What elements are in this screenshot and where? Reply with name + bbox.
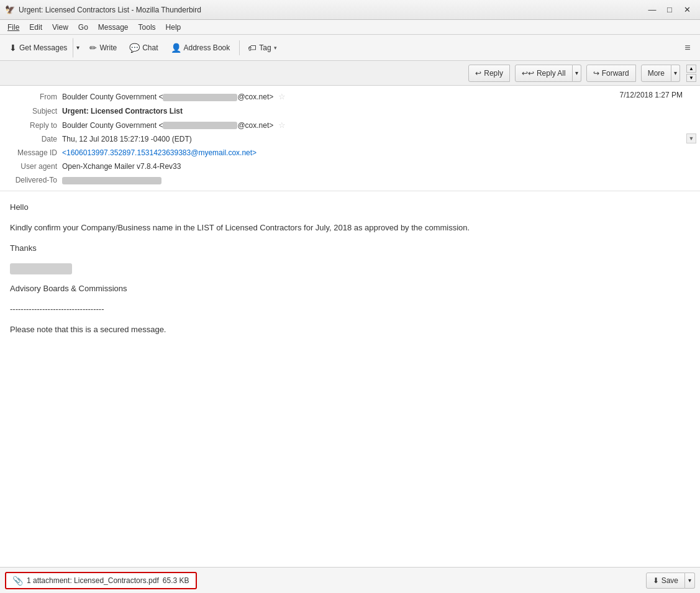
subject-text: Urgent: Licensed Contractors List: [62, 107, 183, 115]
subject-row: Subject Urgent: Licensed Contractors Lis…: [0, 104, 700, 118]
address-book-group: 👤 Address Book: [165, 38, 236, 58]
save-icon: ⬇: [653, 576, 659, 585]
get-messages-button[interactable]: ⬇ Get Messages: [4, 38, 73, 58]
subject-label: Subject: [6, 106, 62, 117]
action-toolbar: ↩ Reply ↩↩ Reply All ▾ ↪ Forward More ▾: [0, 61, 700, 86]
date-value: Thu, 12 Jul 2018 15:27:19 -0400 (EDT): [62, 134, 694, 145]
tag-group: 🏷 Tag ▾: [243, 38, 281, 58]
save-dropdown-button[interactable]: ▾: [685, 573, 695, 589]
menu-message[interactable]: Message: [93, 22, 134, 33]
delivered-to-value: [62, 174, 694, 186]
more-label: More: [648, 69, 665, 78]
reply-all-label: Reply All: [537, 69, 566, 78]
email-footer: Please note that this is a secured messa…: [10, 324, 690, 337]
tag-label: Tag: [259, 43, 271, 52]
subject-value: Urgent: Licensed Contractors List: [62, 106, 694, 117]
attachment-bar: 📎 1 attachment: Licensed_Contractors.pdf…: [0, 567, 700, 593]
menu-tools[interactable]: Tools: [134, 22, 161, 33]
write-icon: ✏: [89, 43, 97, 53]
forward-icon: ↪: [593, 69, 599, 78]
date-row: Date Thu, 12 Jul 2018 15:27:19 -0400 (ED…: [0, 132, 700, 146]
attachment-info: 📎 1 attachment: Licensed_Contractors.pdf…: [5, 572, 197, 589]
address-book-button[interactable]: 👤 Address Book: [165, 38, 236, 58]
more-dropdown[interactable]: ▾: [671, 65, 680, 82]
forward-group: ↪ Forward: [586, 65, 636, 82]
toolbar: ⬇ Get Messages ▾ ✏ Write 💬 Chat 👤 Addres…: [0, 35, 700, 61]
reply-to-email-redacted: [163, 122, 237, 129]
message-id-link[interactable]: <1606013997.352897.1531423639383@myemail…: [62, 148, 257, 157]
minimize-button[interactable]: —: [644, 3, 660, 17]
scroll-up-button[interactable]: ▲: [686, 65, 696, 73]
save-button[interactable]: ⬇ Save: [646, 573, 685, 589]
write-button[interactable]: ✏ Write: [84, 38, 122, 58]
menu-file[interactable]: File: [2, 22, 24, 33]
scroll-down-button[interactable]: ▼: [686, 74, 696, 82]
reply-to-label: Reply to: [6, 120, 62, 131]
email-paragraph1: Kindly confirm your Company/Business nam…: [10, 222, 690, 235]
from-email-redacted: [163, 94, 237, 101]
menu-view[interactable]: View: [47, 22, 73, 33]
address-book-icon: 👤: [171, 43, 181, 53]
tag-icon: 🏷: [248, 43, 257, 53]
more-button[interactable]: More: [641, 65, 671, 82]
email-greeting: Hello: [10, 201, 690, 214]
delivered-to-redacted: [62, 177, 161, 184]
from-value: Boulder County Government <@cox.net> ☆: [62, 91, 694, 103]
email-thanks: Thanks: [10, 242, 690, 255]
email-container: ↩ Reply ↩↩ Reply All ▾ ↪ Forward More ▾: [0, 61, 700, 593]
menu-edit[interactable]: Edit: [24, 22, 47, 33]
get-messages-dropdown[interactable]: ▾: [73, 38, 83, 58]
forward-button[interactable]: ↪ Forward: [586, 65, 636, 82]
message-id-row: Message ID <1606013997.352897.1531423639…: [0, 146, 700, 160]
titlebar-controls: — □ ✕: [644, 3, 695, 17]
menu-help[interactable]: Help: [161, 22, 186, 33]
reply-to-star-icon[interactable]: ☆: [278, 120, 286, 130]
get-messages-label: Get Messages: [19, 43, 67, 52]
email-separator: -----------------------------------: [10, 303, 690, 316]
reply-all-dropdown[interactable]: ▾: [573, 65, 581, 82]
forward-label: Forward: [602, 69, 629, 78]
address-book-label: Address Book: [184, 43, 230, 52]
email-timestamp: 7/12/2018 1:27 PM: [620, 91, 683, 99]
tag-button[interactable]: 🏷 Tag ▾: [243, 38, 281, 58]
header-scroll-down[interactable]: ▼: [686, 134, 696, 143]
reply-group: ↩ Reply: [468, 65, 510, 82]
download-icon: ⬇: [9, 43, 17, 53]
message-id-value: <1606013997.352897.1531423639383@myemail…: [62, 147, 694, 158]
email-header: From Boulder County Government <@cox.net…: [0, 86, 700, 191]
email-body-wrapper: Hello Kindly confirm your Company/Busine…: [0, 191, 700, 567]
user-agent-value: Open-Xchange Mailer v7.8.4-Rev33: [62, 161, 694, 172]
menu-go[interactable]: Go: [73, 22, 93, 33]
reply-button[interactable]: ↩ Reply: [468, 65, 510, 82]
reply-to-domain: @cox.net>: [237, 121, 273, 130]
from-label: From: [6, 91, 62, 102]
date-label: Date: [6, 134, 62, 145]
tag-dropdown-icon: ▾: [274, 45, 277, 51]
scroll-controls: ▲ ▼: [686, 65, 696, 82]
reply-label: Reply: [484, 69, 503, 78]
attachment-icon: 📎: [12, 576, 23, 586]
delivered-to-label: Delivered-To: [6, 174, 62, 186]
chat-group: 💬 Chat: [124, 38, 163, 58]
from-row: From Boulder County Government <@cox.net…: [0, 89, 700, 104]
reply-all-group: ↩↩ Reply All ▾: [515, 65, 581, 82]
write-label: Write: [99, 43, 117, 52]
window-title: Urgent: Licensed Contractors List - Mozi…: [19, 6, 201, 14]
from-name: Boulder County Government <: [62, 93, 163, 101]
reply-to-name: Boulder County Government <: [62, 121, 163, 130]
menubar: File Edit View Go Message Tools Help: [0, 20, 700, 35]
get-messages-group: ⬇ Get Messages ▾: [4, 38, 83, 58]
chat-button[interactable]: 💬 Chat: [124, 38, 163, 58]
email-signature-image: [10, 262, 690, 275]
reply-to-row: Reply to Boulder County Government <@cox…: [0, 118, 700, 133]
delivered-to-row: Delivered-To: [0, 173, 700, 187]
hamburger-menu-button[interactable]: ≡: [679, 39, 696, 57]
close-button[interactable]: ✕: [679, 3, 695, 17]
email-body: Hello Kindly confirm your Company/Busine…: [0, 191, 700, 354]
from-star-icon[interactable]: ☆: [278, 92, 286, 101]
reply-all-icon: ↩↩: [522, 69, 534, 78]
write-group: ✏ Write: [84, 38, 122, 58]
more-group: More ▾: [641, 65, 680, 82]
reply-all-button[interactable]: ↩↩ Reply All: [515, 65, 573, 82]
maximize-button[interactable]: □: [661, 3, 678, 17]
